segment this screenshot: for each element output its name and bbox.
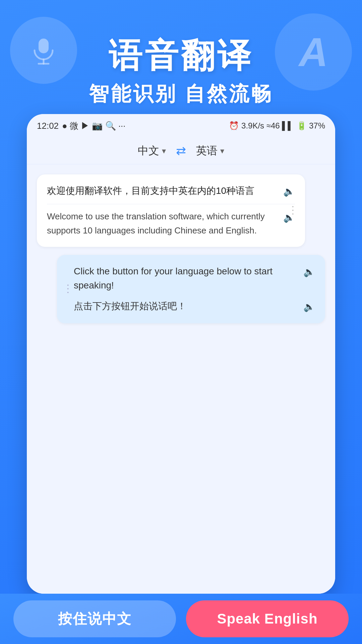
status-time: 12:02 <box>37 121 59 131</box>
speaker-icon-right-en[interactable]: 🔈 <box>303 265 315 279</box>
bubble-text-block: 欢迎使用翻译软件，目前支持中英在内的10种语言 🔈 Welcome to use… <box>47 184 295 237</box>
target-language-label: 英语 <box>196 144 218 158</box>
right-chinese-line: 点击下方按钮开始说话吧！ 🔈 <box>74 299 315 314</box>
status-battery: 🔋 37% <box>297 121 325 130</box>
chat-area: 欢迎使用翻译软件，目前支持中英在内的10种语言 🔈 Welcome to use… <box>27 164 335 594</box>
status-icons: ● 微 ▶ 📷 🔍 ··· <box>62 120 126 132</box>
status-right: ⏰ 3.9K/s ≈46 ▌▌ 🔋 37% <box>229 121 325 130</box>
header-section: 语音翻译 智能识别 自然流畅 <box>0 27 362 108</box>
status-left: 12:02 ● 微 ▶ 📷 🔍 ··· <box>37 120 126 132</box>
app-title: 语音翻译 <box>13 37 349 74</box>
speak-english-button[interactable]: Speak English <box>186 600 349 637</box>
app-subtitle: 智能识别 自然流畅 <box>13 80 349 108</box>
message-bubble-left: 欢迎使用翻译软件，目前支持中英在内的10种语言 🔈 Welcome to use… <box>37 174 305 247</box>
target-language-selector[interactable]: 英语 ▾ <box>196 144 224 158</box>
right-english-text: Click the button for your language below… <box>74 264 299 292</box>
original-text-line: 欢迎使用翻译软件，目前支持中英在内的10种语言 🔈 <box>47 184 295 204</box>
right-english-line: Click the button for your language below… <box>74 264 315 292</box>
translated-text-line: Welcome to use the translation software,… <box>47 210 295 237</box>
speak-chinese-button[interactable]: 按住说中文 <box>13 600 176 637</box>
speaker-icon-right-zh[interactable]: 🔈 <box>303 300 315 314</box>
message-bubble-right: ··· Click the button for your language b… <box>57 255 325 323</box>
phone-mockup: 12:02 ● 微 ▶ 📷 🔍 ··· ⏰ 3.9K/s ≈46 ▌▌ 🔋 37… <box>27 114 335 594</box>
language-bar: 中文 ▾ ⇄ 英语 ▾ <box>27 138 335 164</box>
swap-language-button[interactable]: ⇄ <box>176 144 186 158</box>
bottom-buttons-bar: 按住说中文 Speak English <box>0 594 362 644</box>
source-lang-dropdown-icon: ▾ <box>162 146 166 156</box>
right-chinese-text: 点击下方按钮开始说话吧！ <box>74 299 299 313</box>
status-network: ⏰ 3.9K/s ≈46 ▌▌ <box>229 121 293 130</box>
translated-text: Welcome to use the translation software,… <box>47 210 279 237</box>
speaker-icon-original[interactable]: 🔈 <box>283 184 295 199</box>
bubble-right-text-block: Click the button for your language below… <box>67 264 315 314</box>
message-menu-dots-right[interactable]: ··· <box>62 284 75 295</box>
original-text: 欢迎使用翻译软件，目前支持中英在内的10种语言 <box>47 184 279 198</box>
target-lang-dropdown-icon: ▾ <box>220 146 224 156</box>
status-bar: 12:02 ● 微 ▶ 📷 🔍 ··· ⏰ 3.9K/s ≈46 ▌▌ 🔋 37… <box>27 114 335 138</box>
source-language-selector[interactable]: 中文 ▾ <box>138 144 166 158</box>
source-language-label: 中文 <box>138 144 159 158</box>
message-menu-dots[interactable]: ··· <box>287 205 300 216</box>
